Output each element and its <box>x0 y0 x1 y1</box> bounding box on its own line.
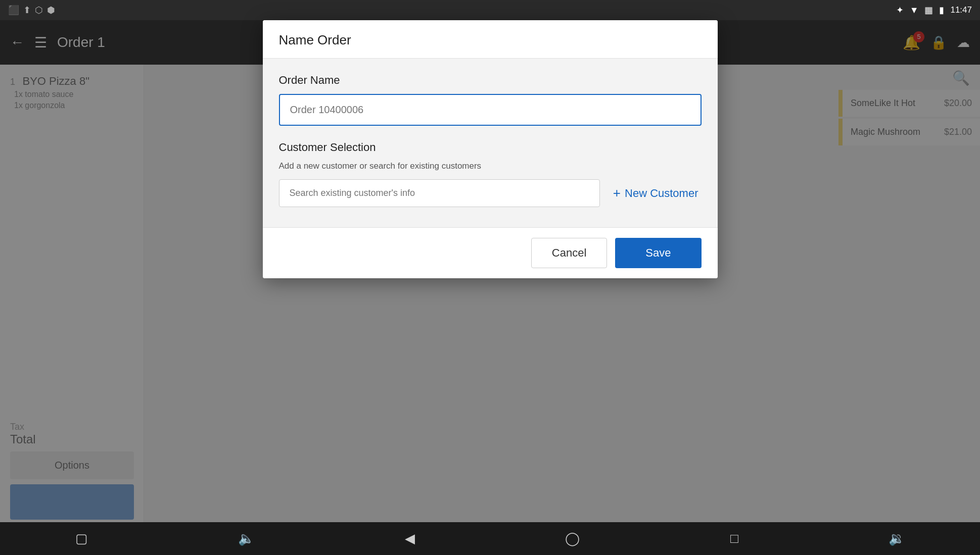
new-customer-button[interactable]: + New Customer <box>610 180 702 206</box>
dialog-body: Order Name Customer Selection Add a new … <box>263 59 718 227</box>
upload-icon: ⬆ <box>23 5 31 16</box>
bottom-nav: ▢ 🔈 ◀ ◯ □ 🔉 <box>0 522 980 555</box>
recents-nav-icon[interactable]: □ <box>730 531 738 546</box>
status-bar-left: ⬛ ⬆ ⬡ ⬢ <box>8 5 55 16</box>
back-nav-icon[interactable]: ◀ <box>405 531 415 546</box>
volume-up-nav-icon[interactable]: 🔉 <box>889 531 905 546</box>
status-bar: ⬛ ⬆ ⬡ ⬢ ✦ ▼ ▦ ▮ 11:47 <box>0 0 980 20</box>
usb2-icon: ⬢ <box>47 5 55 16</box>
order-name-label: Order Name <box>279 74 702 87</box>
customer-row: + New Customer <box>279 179 702 207</box>
dialog-title: Name Order <box>279 32 351 47</box>
customer-search-input[interactable] <box>279 179 600 207</box>
usb-icon: ⬡ <box>35 5 43 16</box>
cancel-button[interactable]: Cancel <box>531 238 607 268</box>
battery-icon: ▮ <box>939 5 944 16</box>
volume-down-nav-icon[interactable]: 🔈 <box>238 531 254 546</box>
dialog-header: Name Order <box>263 20 718 59</box>
new-customer-label: New Customer <box>625 187 698 200</box>
home-nav-icon[interactable]: ◯ <box>565 531 580 546</box>
customer-section-label: Customer Selection <box>279 141 702 154</box>
wifi-icon: ▼ <box>910 5 919 16</box>
signal-icon: ▦ <box>924 5 933 16</box>
bluetooth-icon: ✦ <box>896 5 904 16</box>
status-bar-right: ✦ ▼ ▦ ▮ 11:47 <box>896 5 972 16</box>
customer-section: Customer Selection Add a new customer or… <box>279 141 702 207</box>
plus-icon: + <box>613 185 621 201</box>
order-name-input[interactable] <box>279 94 702 126</box>
dialog-footer: Cancel Save <box>263 227 718 278</box>
status-time: 11:47 <box>950 5 972 15</box>
customer-section-desc: Add a new customer or search for existin… <box>279 161 702 171</box>
camera-nav-icon[interactable]: ▢ <box>75 531 88 546</box>
save-button[interactable]: Save <box>615 238 701 268</box>
name-order-dialog: Name Order Order Name Customer Selection… <box>263 20 718 278</box>
screenshot-icon: ⬛ <box>8 5 19 16</box>
